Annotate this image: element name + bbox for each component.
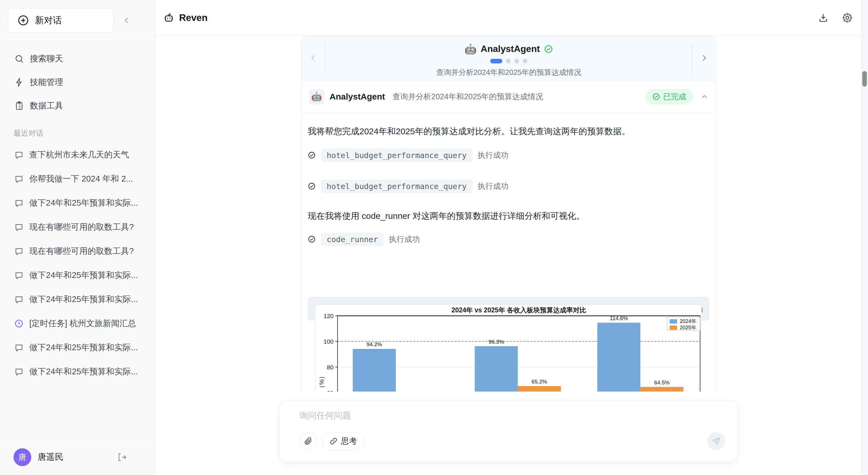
sidebar-footer: 唐 唐遥民 <box>0 439 154 475</box>
new-chat-button[interactable]: 新对话 <box>8 8 114 33</box>
tool-name-chip[interactable]: hotel_budget_performance_query <box>321 148 472 162</box>
brand-name: Reven <box>179 12 208 23</box>
agent-title-row: 🤖 AnalystAgent <box>464 44 553 54</box>
clock-icon <box>14 319 24 328</box>
agent-task: 查询并分析2024年和2025年的预算达成情况 <box>392 92 543 102</box>
svg-text:2024年 vs 2025年 各收入板块预算达成率对比: 2024年 vs 2025年 各收入板块预算达成率对比 <box>452 306 586 314</box>
svg-text:64.5%: 64.5% <box>654 379 670 385</box>
agent-card: 🤖 AnalystAgent 查询并分析2024年和2025年的预算达成情况 🤖… <box>301 36 716 391</box>
svg-text:100: 100 <box>323 338 334 345</box>
chat-icon <box>14 223 24 232</box>
lightning-icon <box>14 77 24 87</box>
tool-name-chip[interactable]: hotel_budget_performance_query <box>321 179 472 193</box>
svg-text:96.3%: 96.3% <box>489 339 504 345</box>
tool-status: 执行成功 <box>477 181 508 191</box>
agent-name: AnalystAgent <box>330 92 385 102</box>
check-circle-icon <box>652 93 660 101</box>
progress-dot <box>515 59 519 63</box>
sidebar-item-label: 技能管理 <box>30 76 63 88</box>
send-button[interactable] <box>707 432 725 450</box>
sidebar-item-search-chats[interactable]: 搜索聊天 <box>0 47 155 71</box>
avatar: 唐 <box>13 448 31 466</box>
sidebar: 新对话 搜索聊天 技能管理 <box>0 0 155 475</box>
agent-task-subtitle: 查询并分析2024年和2025年的预算达成情况 <box>436 67 582 77</box>
recent-chat-item[interactable]: 做下24年和25年预算和实际... <box>0 287 155 311</box>
message-paragraph: 现在我将使用 code_runner 对这两年的预算数据进行详细分析和可视化。 <box>308 210 585 222</box>
topbar: Reven <box>155 0 868 36</box>
sidebar-item-skills[interactable]: 技能管理 <box>0 71 155 94</box>
recent-chat-item[interactable]: 做下24年和25年预算和实际... <box>0 360 155 384</box>
carousel-next-icon[interactable] <box>699 53 709 63</box>
sidebar-item-label: 搜索聊天 <box>30 53 63 65</box>
recent-chats-header: 最近对话 <box>13 128 155 138</box>
message-paragraph: 我将帮您完成2024年和2025年的预算达成对比分析。让我先查询这两年的预算数据… <box>308 125 630 137</box>
tool-call-row: code_runner 执行成功 <box>308 231 420 247</box>
chat-icon <box>14 367 24 376</box>
gear-icon[interactable] <box>842 12 853 24</box>
collapse-section-icon[interactable] <box>700 92 709 101</box>
logout-icon[interactable] <box>117 452 127 463</box>
recent-chat-item[interactable]: 你帮我做一下 2024 年和 2... <box>0 167 155 191</box>
recent-chats-list: 查下杭州市未来几天的天气 你帮我做一下 2024 年和 2... 做下24年和2… <box>0 143 155 384</box>
check-circle-icon <box>544 44 553 54</box>
svg-text:达成率（%）: 达成率（%） <box>318 373 325 392</box>
agent-name: AnalystAgent <box>481 44 540 54</box>
tool-status: 执行成功 <box>389 234 420 244</box>
tool-name-chip[interactable]: code_runner <box>321 233 384 246</box>
header-separator <box>692 43 692 74</box>
carousel-header-center: 🤖 AnalystAgent 查询并分析2024年和2025年的预算达成情况 <box>330 37 687 80</box>
attach-file-button[interactable] <box>299 432 317 450</box>
new-chat-label: 新对话 <box>35 14 62 26</box>
sidebar-item-data-tools[interactable]: 数据工具 <box>0 94 155 117</box>
tool-call-row: hotel_budget_performance_query 执行成功 <box>308 178 508 194</box>
plus-circle-icon <box>17 14 29 26</box>
think-toggle-button[interactable]: 思考 <box>322 432 365 450</box>
agent-avatar: 🤖 <box>309 89 324 104</box>
recent-chat-item[interactable]: 查下杭州市未来几天的天气 <box>0 143 155 167</box>
sidebar-header: 新对话 <box>0 0 155 41</box>
check-circle-icon <box>308 182 316 190</box>
robot-emoji: 🤖 <box>464 44 476 54</box>
progress-dot <box>523 59 527 63</box>
download-icon[interactable] <box>817 12 829 24</box>
chat-icon <box>14 247 24 256</box>
svg-text:65.2%: 65.2% <box>532 379 547 385</box>
composer: 思考 <box>280 400 738 462</box>
sidebar-menu: 搜索聊天 技能管理 数据工具 <box>0 41 155 117</box>
chat-icon <box>14 295 24 304</box>
message-input[interactable] <box>299 410 701 427</box>
recent-chat-item[interactable]: 做下24年和25年预算和实际... <box>0 263 155 287</box>
budget-chart: 94.2%96.3%114.6%65.2%64.5%12010080602024… <box>315 305 702 392</box>
recent-chat-item[interactable]: 现在有哪些可用的取数工具? <box>0 239 155 263</box>
progress-dots <box>490 59 527 63</box>
chat-icon <box>14 271 24 280</box>
paperclip-icon <box>304 437 313 445</box>
brand: Reven <box>163 0 208 36</box>
chat-icon <box>14 174 24 183</box>
tool-call-row: hotel_budget_performance_query 执行成功 <box>308 147 508 163</box>
agent-message-body: 我将帮您完成2024年和2025年的预算达成对比分析。让我先查询这两年的预算数据… <box>308 113 709 391</box>
progress-dot <box>506 59 510 63</box>
scrollbar-thumb[interactable] <box>862 71 867 87</box>
tool-status: 执行成功 <box>477 150 508 160</box>
recent-chat-item[interactable]: 做下24年和25年预算和实际... <box>0 191 155 215</box>
recent-chat-item[interactable]: 做下24年和25年预算和实际... <box>0 336 155 360</box>
sidebar-item-label: 数据工具 <box>30 100 63 111</box>
think-label: 思考 <box>341 436 357 447</box>
clipboard-icon <box>14 101 24 111</box>
header-separator <box>325 43 326 74</box>
svg-text:2025年: 2025年 <box>680 325 696 331</box>
recent-chat-item-scheduled-task[interactable]: [定时任务] 杭州文旅新闻汇总 <box>0 311 155 336</box>
search-icon <box>14 54 24 64</box>
paper-plane-icon <box>712 437 721 446</box>
agent-carousel-header: 🤖 AnalystAgent 查询并分析2024年和2025年的预算达成情况 <box>301 37 716 80</box>
check-circle-icon <box>308 235 316 243</box>
agent-status-row: 🤖 AnalystAgent 查询并分析2024年和2025年的预算达成情况 已… <box>301 80 716 113</box>
chat-icon <box>14 199 24 208</box>
robot-logo-icon <box>163 12 175 24</box>
recent-chat-item[interactable]: 现在有哪些可用的取数工具? <box>0 215 155 239</box>
status-badge: 已完成 <box>645 89 693 104</box>
chat-icon <box>14 150 24 160</box>
collapse-sidebar-icon[interactable] <box>122 15 132 25</box>
carousel-prev-icon[interactable] <box>308 53 319 63</box>
